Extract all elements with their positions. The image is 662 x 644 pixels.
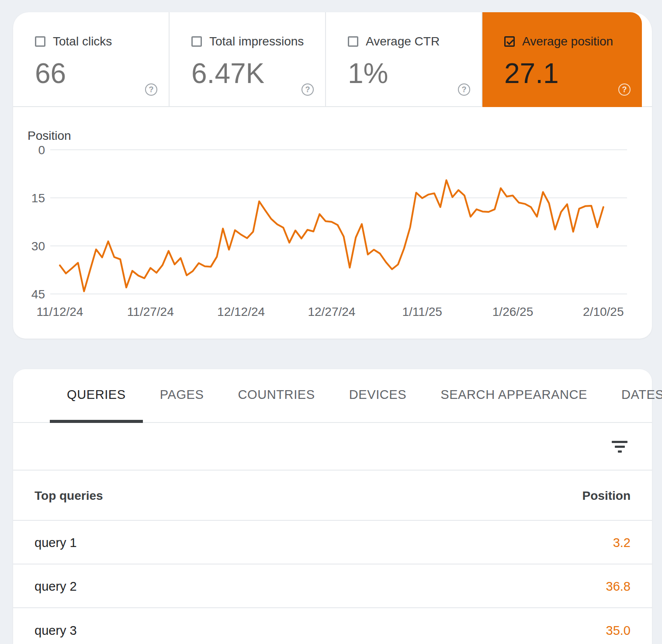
position-line-chart[interactable]: 015304511/12/2411/27/2412/12/2412/27/241… <box>13 127 652 339</box>
tab-queries[interactable]: QUERIES <box>50 369 143 423</box>
column-header-top-queries[interactable]: Top queries <box>35 489 103 503</box>
tab-countries[interactable]: COUNTRIES <box>221 369 332 423</box>
help-icon[interactable]: ? <box>458 83 470 96</box>
metric-label: Total clicks <box>53 35 112 48</box>
average-ctr-checkbox[interactable] <box>348 36 358 47</box>
metric-card-average-ctr[interactable]: Average CTR 1% ? <box>326 12 482 107</box>
table-row[interactable]: query 2 36.8 <box>13 565 652 608</box>
position-cell: 35.0 <box>606 623 631 638</box>
tab-search-appearance[interactable]: SEARCH APPEARANCE <box>423 369 604 423</box>
svg-text:12/12/24: 12/12/24 <box>217 305 265 319</box>
total-clicks-value: 66 <box>35 57 66 90</box>
svg-text:0: 0 <box>38 143 45 157</box>
help-icon[interactable]: ? <box>145 83 157 96</box>
metric-cards-row: Total clicks 66 ? Total impressions 6.47… <box>13 12 652 107</box>
total-impressions-checkbox[interactable] <box>191 36 202 47</box>
total-clicks-checkbox[interactable] <box>35 36 45 47</box>
table-toolbar <box>13 424 652 471</box>
metric-label: Total impressions <box>209 35 304 48</box>
query-cell[interactable]: query 2 <box>35 579 77 594</box>
metric-card-total-impressions[interactable]: Total impressions 6.47K ? <box>170 12 326 107</box>
metric-label: Average position <box>522 35 613 48</box>
svg-text:1/11/25: 1/11/25 <box>402 305 442 319</box>
svg-text:11/27/24: 11/27/24 <box>127 305 174 319</box>
total-impressions-value: 6.47K <box>191 57 264 90</box>
metric-card-total-clicks[interactable]: Total clicks 66 ? <box>13 12 170 107</box>
tab-devices[interactable]: DEVICES <box>332 369 424 423</box>
svg-text:15: 15 <box>31 191 45 205</box>
column-header-position[interactable]: Position <box>582 489 631 503</box>
table-header-row: Top queries Position <box>13 471 652 521</box>
dimensions-panel: QUERIES PAGES COUNTRIES DEVICES SEARCH A… <box>13 369 652 644</box>
dimension-tabs: QUERIES PAGES COUNTRIES DEVICES SEARCH A… <box>13 369 652 423</box>
tab-pages[interactable]: PAGES <box>143 369 221 423</box>
svg-text:2/10/25: 2/10/25 <box>583 305 624 319</box>
query-cell[interactable]: query 3 <box>35 623 77 638</box>
svg-text:12/27/24: 12/27/24 <box>308 305 355 319</box>
filter-list-icon[interactable] <box>611 440 628 454</box>
average-position-checkbox[interactable] <box>504 36 515 47</box>
performance-panel: Total clicks 66 ? Total impressions 6.47… <box>13 12 652 339</box>
table-row[interactable]: query 3 35.0 <box>13 609 652 644</box>
help-icon[interactable]: ? <box>302 83 314 96</box>
average-ctr-value: 1% <box>348 57 388 90</box>
average-position-value: 27.1 <box>504 57 559 90</box>
query-cell[interactable]: query 1 <box>35 536 77 550</box>
svg-text:45: 45 <box>31 287 45 301</box>
table-row[interactable]: query 1 3.2 <box>13 522 652 564</box>
svg-text:1/26/25: 1/26/25 <box>492 305 533 319</box>
svg-text:Position: Position <box>28 129 71 142</box>
position-cell: 36.8 <box>606 579 631 594</box>
position-cell: 3.2 <box>613 536 631 550</box>
tab-dates[interactable]: DATES <box>604 369 662 423</box>
svg-text:30: 30 <box>31 239 45 253</box>
metric-label: Average CTR <box>366 35 440 48</box>
svg-text:11/12/24: 11/12/24 <box>37 305 83 319</box>
metric-card-average-position[interactable]: Average position 27.1 ? <box>482 12 642 107</box>
help-icon[interactable]: ? <box>618 83 631 96</box>
